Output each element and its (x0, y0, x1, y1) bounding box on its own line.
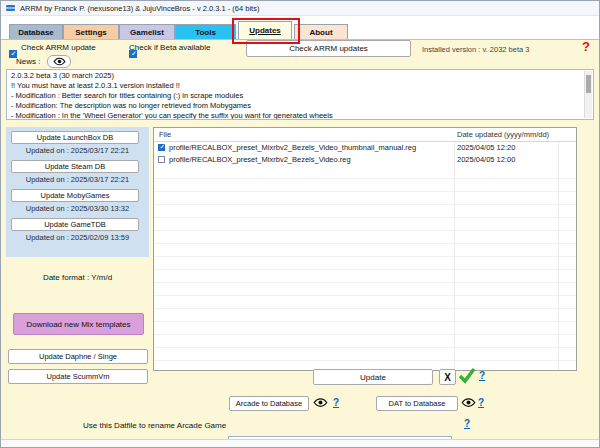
empty-row (154, 296, 576, 309)
window-bottom-edge (1, 439, 599, 447)
file-list-header: File Date updated (yyyy/mm/dd) (154, 128, 576, 142)
news-line: !! You must have at least 2.0.3.1 versio… (11, 81, 589, 91)
empty-row (154, 257, 576, 270)
news-eye-button[interactable] (47, 55, 71, 68)
news-line: - Modification: The description was no l… (11, 101, 589, 111)
update-daphne-button[interactable]: Update Daphne / Singe (8, 349, 148, 364)
file-name: profile/RECALBOX_preset_Mixrbv2_Bezels_V… (169, 155, 351, 164)
dat-help-icon[interactable]: ? (478, 397, 484, 408)
update-scummvm-button[interactable]: Update ScummVm (8, 369, 148, 384)
datfile-help-icon[interactable]: ? (464, 418, 470, 429)
check-beta-label: Check if Beta available (129, 43, 210, 52)
tab-bar: Database Settings Gamelist Tools Updates… (1, 16, 599, 39)
empty-row (154, 309, 576, 322)
file-row[interactable]: profile/RECALBOX_preset_Mixrbv2_Bezels_V… (154, 153, 576, 165)
gametdb-updated-label: Updated on : 2025/02/09 13:59 (6, 233, 149, 242)
column-header-date: Date updated (yyyy/mm/dd) (457, 130, 549, 139)
news-label: News : (16, 57, 40, 66)
datfile-label: Use this Datfile to rename Arcade Game (83, 421, 226, 430)
updaters-panel: Update LaunchBox DB Updated on : 2025/03… (6, 127, 149, 257)
update-files-button[interactable]: Update (313, 369, 433, 385)
installed-version-label: Installed version : v. 2032 beta 3 (422, 45, 529, 54)
empty-row (154, 283, 576, 296)
news-scrollbar-thumb[interactable] (586, 75, 591, 93)
arcade-help-icon[interactable]: ? (333, 397, 339, 408)
news-line: 2.0.3.2 beta 3 (30 march 2025) (11, 71, 589, 81)
tab-tools[interactable]: Tools (175, 24, 236, 39)
tab-gamelist[interactable]: Gamelist (119, 24, 175, 39)
arcade-to-database-button[interactable]: Arcade to Database (229, 396, 309, 411)
file-list: File Date updated (yyyy/mm/dd) profile/R… (153, 127, 577, 371)
empty-row (154, 335, 576, 348)
update-gametdb-button[interactable]: Update GameTDB (11, 218, 139, 231)
tab-settings[interactable]: Settings (63, 24, 119, 39)
steam-updated-label: Updated on : 2025/03/17 22:21 (6, 175, 149, 184)
empty-row (154, 205, 576, 218)
empty-row (154, 231, 576, 244)
update-help-icon[interactable]: ? (479, 370, 485, 381)
green-check-icon[interactable] (457, 365, 477, 389)
arrm-window: ARRM by Franck P. (nexusone13) & JujuVin… (0, 0, 600, 448)
empty-row (154, 348, 576, 361)
dat-to-database-button[interactable]: DAT to Database (376, 396, 458, 411)
dat-eye-icon[interactable] (461, 397, 476, 408)
arcade-eye-icon[interactable] (313, 397, 328, 408)
file-row[interactable]: profile/RECALBOX_preset_Mixrbv2_Bezels_V… (154, 141, 576, 153)
mobygames-updated-label: Updated on : 2025/03/30 13:32 (6, 204, 149, 213)
update-steam-button[interactable]: Update Steam DB (11, 160, 139, 173)
check-arrm-update-label: Check ARRM update (21, 43, 96, 52)
empty-row (154, 179, 576, 192)
tab-database[interactable]: Database (9, 24, 63, 39)
update-launchbox-button[interactable]: Update LaunchBox DB (11, 131, 139, 144)
news-line: - Modification : Better search for title… (11, 91, 589, 101)
news-line: - Modification : In the 'Wheel Generator… (11, 111, 589, 120)
file-date: 2025/04/05 12:00 (457, 155, 515, 164)
window-title: ARRM by Franck P. (nexusone13) & JujuVin… (20, 4, 259, 13)
empty-row (154, 192, 576, 205)
file-date: 2025/04/05 12:20 (457, 143, 515, 152)
news-textbox[interactable]: 2.0.3.2 beta 3 (30 march 2025) !! You mu… (6, 69, 594, 120)
title-bar: ARRM by Franck P. (nexusone13) & JujuVin… (1, 1, 599, 16)
empty-row (154, 270, 576, 283)
update-mobygames-button[interactable]: Update MobyGames (11, 189, 139, 202)
file-row-checkbox[interactable] (158, 156, 165, 163)
column-header-file: File (159, 130, 171, 139)
cancel-x-button[interactable]: X (439, 369, 456, 385)
empty-row (154, 244, 576, 257)
app-icon (6, 4, 16, 12)
file-list-empty-rows (154, 166, 576, 371)
empty-row (154, 166, 576, 179)
help-icon-top[interactable]: ? (582, 39, 590, 54)
download-mix-templates-button[interactable]: Download new Mix templates (13, 313, 144, 335)
news-scrollbar[interactable] (584, 71, 592, 118)
updates-tab-annotation-box (232, 18, 300, 44)
empty-row (154, 218, 576, 231)
launchbox-updated-label: Updated on : 2025/03/17 22:21 (6, 146, 149, 155)
tab-about[interactable]: About (294, 24, 348, 39)
empty-row (154, 322, 576, 335)
eye-icon (53, 57, 66, 66)
date-format-label: Date format : Y/m/d (6, 273, 149, 282)
file-name: profile/RECALBOX_preset_Mixrbv2_Bezels_V… (169, 143, 416, 152)
file-row-checkbox[interactable] (158, 144, 165, 151)
